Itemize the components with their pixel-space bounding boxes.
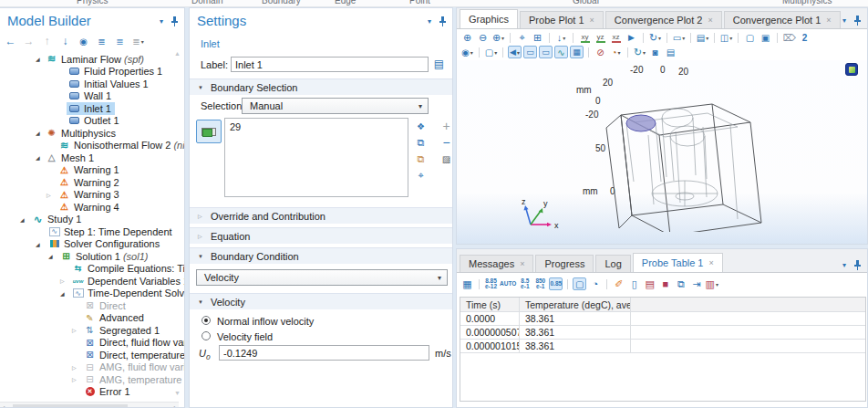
collapse-icon[interactable]: ◢ <box>20 216 25 223</box>
tree-item-fluid-properties-1[interactable]: Fluid Properties 1 <box>0 66 184 78</box>
tree-horizontal-scrollbar[interactable]: ‹ › <box>0 402 179 408</box>
zoom-out-icon[interactable]: ⊖ <box>476 31 490 44</box>
tree-scroll-down-icon[interactable]: ▼ <box>174 390 181 396</box>
tree-item-amg-fluid-flow-varia[interactable]: ▷⊟AMG, fluid flow varia <box>0 361 184 374</box>
pin-icon[interactable] <box>439 14 447 30</box>
zoom-fit-icon[interactable]: ⊞ <box>531 31 544 44</box>
tree-item-solution-1[interactable]: ◢⊞Solution 1(sol1) <box>0 250 184 263</box>
expand-icon[interactable]: ▷ <box>46 192 51 198</box>
grid-icon[interactable]: ▦ <box>570 46 584 58</box>
tree-item-laminar-flow[interactable]: ◢≋Laminar Flow(spf) <box>0 53 184 66</box>
tree-item-warning-3[interactable]: ▷⚠Warning 3 <box>0 189 184 202</box>
scrollbar-thumb[interactable] <box>13 404 128 408</box>
zoom-box-icon[interactable]: ⊕▾ <box>491 31 505 44</box>
export-table-icon[interactable]: ⇥ <box>689 277 703 290</box>
rotate-view-icon[interactable]: ↻▾ <box>648 31 662 44</box>
table-row[interactable]: 0.0000005076338.361 <box>460 326 865 340</box>
image-export-icon[interactable]: ◫▾ <box>719 31 733 44</box>
selection-listbox[interactable]: 29 <box>224 118 408 197</box>
zoom-extents-icon[interactable]: ⌖ <box>515 31 529 44</box>
snapshot-icon[interactable]: ◙ <box>648 46 662 58</box>
probe-plot-icon[interactable]: ∿ <box>554 46 568 58</box>
deselect-box-icon[interactable]: ▣ <box>759 31 772 44</box>
table-header-cell[interactable]: Time (s) <box>460 298 520 311</box>
label-input[interactable] <box>231 57 429 72</box>
tree-item-direct-temperature[interactable]: ⊠Direct, temperature ( <box>0 349 184 361</box>
create-selection-icon[interactable]: ❖ <box>414 120 428 132</box>
tree-item-study-1[interactable]: ◢∿Study 1 <box>0 214 184 226</box>
color-swatch-icon[interactable]: ■ <box>658 277 672 290</box>
tree-item-error-1[interactable]: ✕Error 1 <box>0 386 184 399</box>
tree-scroll-up-icon[interactable]: ▲ <box>174 50 181 57</box>
expand-icon[interactable]: ▷ <box>72 327 77 333</box>
pin-icon[interactable] <box>853 257 862 274</box>
plot-table-icon[interactable]: ◔ <box>588 277 602 290</box>
radio-normal-inflow[interactable] <box>202 316 211 325</box>
scene-light-icon[interactable]: ▭ <box>523 46 537 58</box>
tab-log[interactable]: Log <box>595 255 630 272</box>
tree-item-warning-4[interactable]: ⚠Warning 4 <box>0 201 184 214</box>
section-override[interactable]: ▷ Override and Contribution <box>190 207 452 224</box>
delete-icon[interactable]: ▯ <box>627 277 641 290</box>
precision-auto-icon[interactable]: AUTO <box>500 277 516 290</box>
scroll-right-icon[interactable]: › <box>173 403 176 408</box>
collapse-all-icon[interactable]: ≣ <box>113 35 127 47</box>
tree-item-amg-temperature-l[interactable]: ▷⊟AMG, temperature (l <box>0 373 184 386</box>
expand-all-icon[interactable]: ≣ <box>95 35 108 47</box>
table-header-cell[interactable]: Temperature (degC), average <box>520 298 631 311</box>
boundary-condition-dropdown[interactable]: Velocity ▾ <box>196 269 448 286</box>
tree-item-dependent-variables-1[interactable]: ▷uvwDependent Variables 1 <box>0 275 184 288</box>
tab-probe-table-1[interactable]: Probe Table 1× <box>633 253 723 272</box>
hide-plot-icon[interactable]: ⊘ <box>594 46 607 58</box>
remove-selection-icon[interactable]: − <box>439 136 453 149</box>
scene-icon[interactable]: ▭▾ <box>672 31 686 44</box>
zoom-to-selection-icon[interactable]: ⌖ <box>414 169 428 182</box>
tree-item-initial-values-1[interactable]: Initial Values 1 <box>0 78 184 90</box>
tab-messages[interactable]: Messages× <box>460 255 533 272</box>
scroll-left-icon[interactable]: ‹ <box>3 403 5 408</box>
panel-menu-icon[interactable]: ▾ <box>842 17 846 25</box>
tab-graphics[interactable]: Graphics <box>460 9 518 28</box>
close-icon[interactable]: × <box>590 12 594 28</box>
tree-node-text-icon[interactable]: ≣▾ <box>131 35 145 47</box>
close-icon[interactable]: × <box>826 12 831 28</box>
tree-item-warning-2[interactable]: ⚠Warning 2 <box>0 176 184 189</box>
update-plot-icon[interactable]: ↻▾ <box>633 46 646 58</box>
paste-selection-icon[interactable]: ⧉ <box>414 152 428 165</box>
collapse-icon[interactable]: ◢ <box>36 154 40 161</box>
expand-icon[interactable]: ▷ <box>72 376 77 382</box>
tree-item-time-dependent-solver[interactable]: ◢∿Time-Dependent Solver <box>0 288 184 300</box>
selection-appearance-icon[interactable]: ◀▾ <box>508 46 522 58</box>
move-down-icon[interactable]: ↓ <box>58 35 72 47</box>
precision-eng-icon[interactable]: 850e-1 <box>533 277 547 290</box>
collapse-icon[interactable]: ◢ <box>36 130 40 136</box>
back-icon[interactable]: ← <box>4 35 17 47</box>
pin-icon[interactable] <box>853 13 862 29</box>
table-view-icon[interactable]: ▢ <box>573 277 586 290</box>
section-equation[interactable]: ▷ Equation <box>190 227 452 244</box>
section-boundary-selection[interactable]: ▼ Boundary Selection <box>190 78 452 95</box>
panel-menu-icon[interactable]: ▾ <box>842 262 846 269</box>
precision-decimal-icon[interactable]: 0.85 <box>549 277 563 290</box>
u0-input[interactable] <box>219 345 429 361</box>
precision-sci-icon[interactable]: 8.5e-1 <box>518 277 532 290</box>
view-options-icon[interactable]: ▢▾ <box>484 46 498 58</box>
close-icon[interactable]: × <box>708 12 712 28</box>
copy-selection-icon[interactable]: ⧉ <box>414 136 428 149</box>
show-icon[interactable]: ◉ <box>77 35 90 47</box>
tree-item-multiphysics[interactable]: ◢✺Multiphysics <box>0 127 184 140</box>
tree-item-compile-equations-tim[interactable]: ⇆Compile Equations: Tim <box>0 263 184 276</box>
show-hide-icon[interactable]: ◉▾ <box>460 46 474 58</box>
collapse-icon[interactable]: ◢ <box>48 253 53 259</box>
tree-item-outlet-1[interactable]: Outlet 1 <box>0 115 184 128</box>
add-selection-icon[interactable]: + <box>439 120 453 132</box>
collapse-icon[interactable]: ◢ <box>36 241 40 247</box>
transparency-icon[interactable]: ▭ <box>539 46 553 58</box>
table-row[interactable]: 0.000001015338.361 <box>460 340 865 353</box>
expand-icon[interactable]: ▷ <box>72 364 77 371</box>
animation-icon[interactable]: ▶ <box>625 31 638 44</box>
expand-icon[interactable]: ▷ <box>60 277 65 284</box>
tab-progress[interactable]: Progress <box>535 255 594 272</box>
add-table-icon[interactable]: ▤ <box>643 277 656 290</box>
section-velocity[interactable]: ▼ Velocity <box>190 293 452 309</box>
